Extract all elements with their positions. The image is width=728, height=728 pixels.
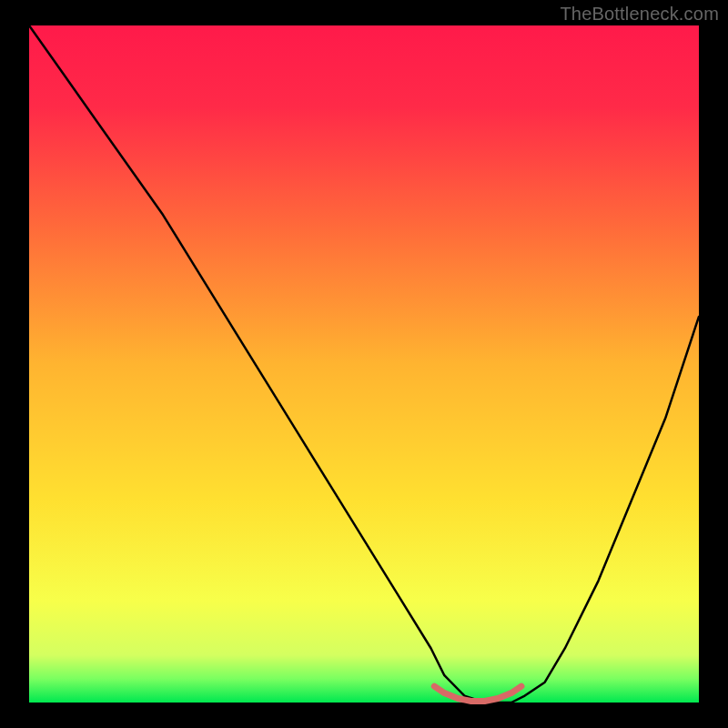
gradient-background	[29, 25, 699, 703]
chart-container: TheBottleneck.com	[0, 0, 728, 728]
chart-svg	[0, 0, 728, 728]
watermark-text: TheBottleneck.com	[560, 4, 719, 25]
